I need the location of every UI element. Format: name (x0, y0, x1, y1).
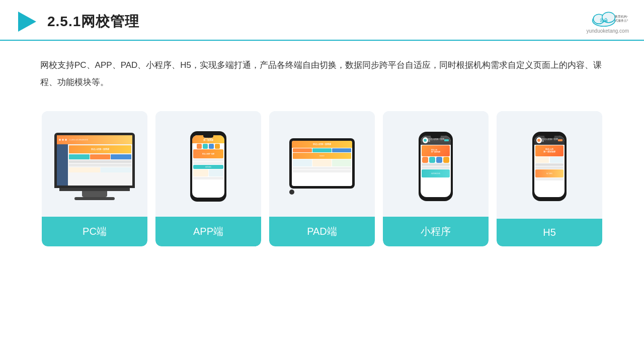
logo-area: 云朵 教育机构一站 式服务云平台 yunduoketang.com (586, 9, 629, 34)
card-pc: 云朵课堂-首页-网络课程管理 职达人的第一堂网课 (42, 111, 147, 246)
description-text: 网校支持PC、APP、PAD、小程序、H5，实现多端打通，产品各终端自由切换，数… (40, 60, 602, 87)
card-label-h5: H5 (497, 219, 602, 246)
card-image-h5: 职达人的第一堂网课 职达人的第一堂职场课 (497, 111, 602, 217)
svg-text:云朵: 云朵 (600, 18, 608, 23)
card-label-miniprogram: 小程序 (383, 217, 489, 246)
miniprogram-phone-mockup: 职达人的第一堂网课 职达人的第一堂职场课 (419, 132, 453, 201)
svg-marker-0 (18, 12, 36, 32)
card-label-app: APP端 (155, 217, 261, 246)
card-miniprogram: 职达人的第一堂网课 职达人的第一堂职场课 (383, 111, 489, 246)
card-label-pad: PAD端 (269, 217, 375, 246)
card-label-pc: PC端 (42, 217, 147, 246)
app-phone-mockup: 职达人的第一堂网课 职达人的第一堂课 (190, 131, 226, 202)
svg-text:教育机构一站: 教育机构一站 (615, 15, 628, 18)
card-image-miniprogram: 职达人的第一堂网课 职达人的第一堂职场课 (383, 111, 489, 217)
play-icon (15, 10, 39, 34)
cards-container: 云朵课堂-首页-网络课程管理 职达人的第一堂网课 (0, 101, 644, 256)
card-h5: 职达人的第一堂网课 职达人的第一堂职场课 (497, 111, 602, 246)
svg-text:式服务云平台: 式服务云平台 (615, 19, 628, 22)
description: 网校支持PC、APP、PAD、小程序、H5，实现多端打通，产品各终端自由切换，数… (0, 41, 644, 101)
logo-icon: 云朵 教育机构一站 式服务云平台 (588, 9, 628, 28)
card-image-app: 职达人的第一堂网课 职达人的第一堂课 (155, 111, 261, 217)
card-app: 职达人的第一堂网课 职达人的第一堂课 (155, 111, 261, 246)
pc-monitor-mockup: 云朵课堂-首页-网络课程管理 职达人的第一堂网课 (54, 133, 135, 200)
card-pad: 职达人的第一堂网课 banner (269, 111, 375, 246)
header-left: 2.5.1网校管理 (15, 10, 139, 34)
h5-phone-mockup: 职达人的第一堂网课 职达人的第一堂职场课 (532, 132, 567, 201)
logo-url: yunduoketang.com (586, 28, 629, 34)
card-image-pc: 云朵课堂-首页-网络课程管理 职达人的第一堂网课 (42, 111, 147, 217)
header: 2.5.1网校管理 云朵 教育机构一站 式服务云平台 yunduoketang.… (0, 0, 644, 41)
pad-tablet-mockup: 职达人的第一堂网课 banner (289, 138, 355, 195)
page-title: 2.5.1网校管理 (47, 12, 139, 31)
card-image-pad: 职达人的第一堂网课 banner (269, 111, 375, 217)
